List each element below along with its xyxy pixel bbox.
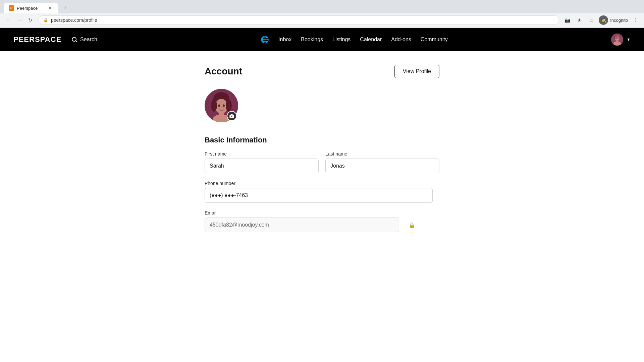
email-group: Email 🔒 ✓ [205,210,419,232]
phone-label: Phone number [205,181,439,186]
browser-titlebar: P Peerspace ✕ + [0,0,644,13]
header-nav: 🌐 Inbox Bookings Listings Calendar Add-o… [261,36,448,44]
first-name-label: First name [205,151,319,157]
last-name-label: Last name [325,151,439,157]
camera-icon [229,114,234,118]
last-name-group: Last name [325,151,439,173]
more-options-button[interactable]: ⋮ [631,15,640,25]
header-right: ▼ [611,34,631,46]
phone-row: Phone number [205,181,439,203]
user-avatar[interactable] [611,34,623,46]
user-menu-chevron[interactable]: ▼ [627,37,631,42]
svg-point-6 [617,36,620,39]
browser-chrome: P Peerspace ✕ + ← → ↻ 🔒 peerspace.com/pr… [0,0,644,28]
main-content: Account View Profile [198,51,446,260]
site-header: PEERSPACE Search 🌐 Inbox Bookings Listin… [0,28,644,51]
lock-icon: 🔒 [43,18,48,22]
reload-button[interactable]: ↻ [25,15,35,25]
svg-point-16 [231,115,233,117]
nav-calendar[interactable]: Calendar [360,37,382,43]
tab-label: Peerspace [17,6,38,11]
incognito-icon: 🕵 [599,15,608,25]
nav-addons[interactable]: Add-ons [391,37,411,43]
page-header: Account View Profile [205,65,439,78]
nav-community[interactable]: Community [421,37,448,43]
tab-close-button[interactable]: ✕ [47,5,53,11]
lock-field-icon: 🔒 [409,222,415,228]
address-bar[interactable]: 🔒 peerspace.com/profile [38,15,559,25]
new-tab-button[interactable]: + [60,3,70,13]
phone-group: Phone number [205,181,439,203]
header-left: PEERSPACE Search [13,35,97,44]
nav-buttons: ← → ↻ [4,15,35,25]
svg-point-10 [211,100,217,112]
globe-icon[interactable]: 🌐 [261,36,269,44]
svg-point-11 [226,100,232,112]
page-title: Account [205,66,242,77]
svg-point-15 [223,105,225,107]
avatar-section [205,89,238,122]
section-title: Basic Information [205,136,439,144]
svg-point-14 [218,105,220,107]
bookmark-icon[interactable]: ★ [575,15,584,25]
first-name-input[interactable] [205,159,319,173]
svg-line-1 [76,41,77,42]
view-profile-button[interactable]: View Profile [394,65,439,78]
browser-tab[interactable]: P Peerspace ✕ [4,3,58,13]
browser-actions: 📷 ★ ▭ 🕵 Incognito ⋮ [562,15,640,25]
email-input[interactable] [205,218,399,232]
phone-input[interactable] [205,188,433,203]
nav-inbox[interactable]: Inbox [278,37,291,43]
forward-button[interactable]: → [15,15,24,25]
basic-info-section: Basic Information First name Last name P… [205,136,439,232]
camera-off-icon[interactable]: 📷 [562,15,572,25]
email-input-group: 🔒 [205,218,419,232]
email-label: Email [205,210,419,216]
last-name-input[interactable] [325,159,439,173]
first-name-group: First name [205,151,319,173]
search-button[interactable]: Search [71,37,97,43]
nav-bookings[interactable]: Bookings [301,37,323,43]
search-label: Search [80,37,97,43]
incognito-area[interactable]: 🕵 Incognito [599,15,628,25]
tab-favicon: P [9,5,14,11]
search-icon [71,37,77,43]
browser-addressbar: ← → ↻ 🔒 peerspace.com/profile 📷 ★ ▭ 🕵 In… [0,13,644,27]
address-text: peerspace.com/profile [51,17,554,23]
camera-button[interactable] [227,111,237,121]
svg-point-5 [614,35,618,39]
email-input-row: 🔒 ✓ [205,218,419,232]
back-button[interactable]: ← [4,15,13,25]
incognito-label: Incognito [610,18,628,23]
avatar-image [611,34,623,46]
split-view-icon[interactable]: ▭ [587,15,596,25]
name-row: First name Last name [205,151,439,173]
nav-listings[interactable]: Listings [332,37,351,43]
logo[interactable]: PEERSPACE [13,35,61,44]
email-input-wrapper: 🔒 [205,218,419,232]
email-row: Email 🔒 ✓ [205,210,439,232]
